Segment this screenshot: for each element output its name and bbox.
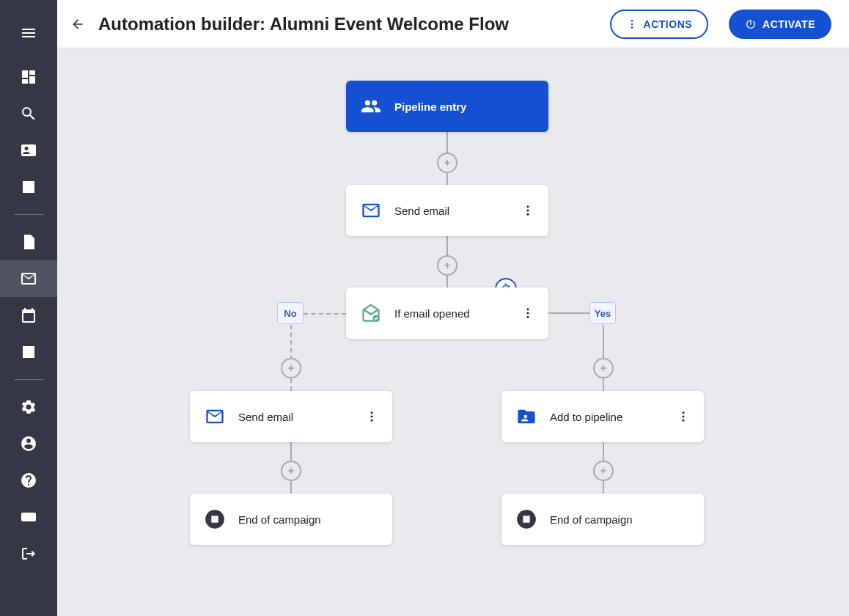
back-arrow[interactable] [69,15,87,33]
svg-point-10 [371,411,373,414]
node-condition-email-opened[interactable]: If email opened [346,287,548,339]
connector [548,312,589,314]
svg-point-9 [527,316,529,318]
node-send-email-1[interactable]: Send email [346,185,548,236]
header-bar: Automation builder: Alumni Event Welcome… [57,0,849,48]
svg-point-4 [527,210,529,212]
svg-point-3 [527,205,529,208]
node-add-to-pipeline[interactable]: Add to pipeline [501,391,704,442]
sidebar-reports[interactable] [0,169,57,205]
svg-point-8 [527,312,529,315]
sidebar-dashboard[interactable] [0,59,57,95]
node-menu[interactable] [519,202,537,219]
activate-button[interactable]: ACTIVATE [729,10,831,39]
node-label: Send email [238,411,350,423]
stop-icon [516,509,537,529]
email-icon [361,200,381,221]
node-label: Add to pipeline [550,411,661,423]
activate-label: ACTIVATE [762,18,815,30]
svg-point-2 [631,26,633,29]
sidebar-hamburger[interactable] [0,15,57,51]
actions-button[interactable]: ACTIONS [610,10,709,39]
node-label: End of campaign [238,513,381,526]
svg-point-14 [683,416,685,418]
add-step-button[interactable] [593,358,614,378]
sidebar-contacts[interactable] [0,132,57,169]
email-opened-icon [361,303,381,323]
sidebar-help[interactable] [0,462,57,499]
svg-point-12 [371,419,373,422]
svg-rect-19 [523,516,529,522]
svg-point-13 [683,411,685,414]
svg-point-0 [631,20,633,22]
sidebar-divider-1 [14,214,43,215]
sidebar-list[interactable] [0,334,57,370]
more-vert-icon [626,18,638,30]
branch-tag-yes[interactable]: Yes [589,302,616,324]
add-step-button[interactable] [593,461,614,481]
sidebar [0,0,57,616]
node-label: Send email [394,205,506,217]
actions-label: ACTIONS [644,18,693,30]
svg-point-7 [527,308,529,310]
sidebar-calendar[interactable] [0,297,57,334]
node-menu[interactable] [675,408,692,425]
node-end-campaign-yes[interactable]: End of campaign [501,494,704,545]
email-icon [205,406,225,427]
sidebar-settings[interactable] [0,389,57,425]
people-icon [361,96,381,117]
node-label: Pipeline entry [394,100,537,113]
pipeline-folder-icon [516,406,537,427]
node-send-email-2[interactable]: Send email [190,391,392,442]
node-label: End of campaign [550,513,692,526]
add-step-button[interactable] [281,358,301,378]
node-label: If email opened [394,307,506,320]
sidebar-logout[interactable] [0,535,57,572]
svg-point-1 [631,23,633,25]
node-end-campaign-no[interactable]: End of campaign [190,494,392,545]
add-step-button[interactable] [281,461,301,481]
stop-icon [205,509,225,529]
sidebar-profile[interactable] [0,425,57,462]
add-step-button[interactable] [437,255,457,276]
page-title: Automation builder: Alumni Event Welcome… [98,14,598,34]
sidebar-keyboard[interactable] [0,499,57,535]
svg-point-11 [371,416,373,418]
power-icon [745,18,757,30]
sidebar-documents[interactable] [0,224,57,260]
svg-point-5 [527,213,529,216]
node-menu[interactable] [363,408,381,425]
svg-rect-17 [211,516,218,522]
add-step-button[interactable] [437,153,457,173]
node-pipeline-entry[interactable]: Pipeline entry [346,81,548,132]
svg-point-15 [683,419,685,422]
connector-dashed [304,313,346,315]
branch-tag-no[interactable]: No [277,302,304,324]
flow-canvas[interactable]: Pipeline entry Send email [57,48,849,616]
sidebar-divider-2 [14,379,43,380]
node-menu[interactable] [519,304,537,322]
sidebar-email[interactable] [0,260,57,297]
sidebar-search[interactable] [0,95,57,132]
